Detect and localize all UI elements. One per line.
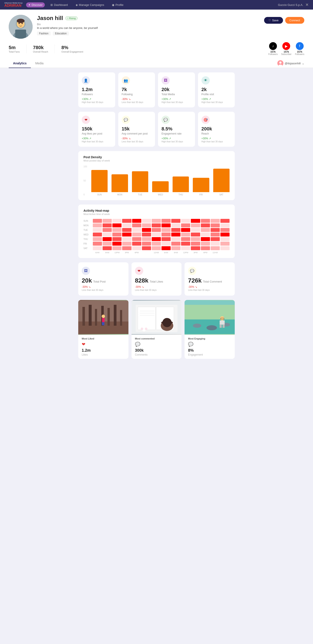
heatmap-cell bbox=[132, 224, 141, 227]
metric-value: 200k bbox=[202, 126, 212, 132]
summary-card-0: 🖼 20k Total Post -30% ↘ Less than last 3… bbox=[78, 262, 128, 296]
heatmap-cell bbox=[220, 242, 230, 246]
heatmap-cell bbox=[171, 228, 180, 232]
heatmap-cell bbox=[181, 242, 190, 246]
svg-rect-17 bbox=[108, 308, 110, 326]
heatmap-time-label: 6AM bbox=[162, 252, 171, 254]
bar-label: SAT bbox=[219, 194, 224, 196]
heatmap-cell bbox=[210, 242, 220, 246]
metric-card-3: 👁 2k Profile visit +30% ↗ High than last… bbox=[198, 72, 235, 107]
summary-change: -30% ↘ bbox=[188, 286, 197, 288]
avatar bbox=[9, 15, 32, 39]
bar-column: SUN bbox=[91, 170, 108, 196]
heatmap-cell bbox=[132, 232, 141, 236]
heatmap-cell bbox=[122, 224, 131, 227]
metric-value: 150k bbox=[82, 126, 92, 132]
most-card-liked: Most Liked ❤ 1.2m Likes bbox=[78, 300, 128, 359]
profile-button[interactable]: ◉ Profile bbox=[110, 2, 126, 8]
svg-point-5 bbox=[18, 23, 20, 24]
stat-divider bbox=[26, 44, 26, 53]
metric-icon: 👤 bbox=[82, 76, 90, 84]
most-cards-section: Most Liked ❤ 1.2m Likes bbox=[78, 300, 235, 359]
tab-analytics[interactable]: Analytics bbox=[9, 59, 31, 68]
metric-value: 1.2m bbox=[82, 87, 92, 92]
youtube-icon: ▶ bbox=[282, 42, 290, 50]
heatmap-cell bbox=[162, 237, 171, 241]
dashboard-button[interactable]: ⊞ Dashboard bbox=[48, 2, 70, 8]
account-selector[interactable]: @itsjasonhill ⌄ bbox=[277, 60, 304, 66]
svg-point-33 bbox=[162, 318, 172, 327]
heatmap-row-label: FRI bbox=[84, 242, 92, 246]
metric-change: -30% ↘ bbox=[122, 137, 131, 140]
most-card-title: Most Engaging bbox=[188, 337, 205, 340]
metric-period: Less than last 30 days bbox=[122, 140, 144, 143]
heatmap-cell bbox=[201, 242, 210, 246]
most-card-commented: Most commented 💬 300k Comments bbox=[132, 300, 182, 359]
summary-icon: 💬 bbox=[188, 267, 196, 275]
metric-card-r2-3: 🎯 200k Reach +30% ↗ High than last 30 da… bbox=[198, 112, 235, 147]
tab-media[interactable]: Media bbox=[31, 59, 48, 68]
heatmap-cell bbox=[102, 228, 112, 232]
heatmap-cell bbox=[201, 232, 210, 236]
bar-column: TUE bbox=[132, 171, 148, 196]
heatmap-cell bbox=[102, 237, 112, 241]
heatmap-cell bbox=[152, 232, 161, 236]
svg-rect-18 bbox=[114, 305, 116, 326]
profile-actions: ♡ Save Connect bbox=[264, 15, 304, 24]
svg-rect-21 bbox=[102, 318, 105, 322]
metric-icon: 💬 bbox=[162, 116, 170, 124]
metric-label: Following bbox=[122, 93, 133, 96]
save-button[interactable]: ♡ Save bbox=[264, 17, 283, 24]
most-card-icon: 💬 bbox=[135, 342, 140, 347]
profile-name-row: Jason hill ↑ Rising bbox=[37, 15, 260, 22]
tag-education: Education bbox=[53, 32, 69, 36]
heatmap-cell bbox=[191, 242, 200, 246]
heatmap-cell bbox=[210, 237, 220, 241]
chevron-down-icon: ⌄ bbox=[302, 62, 304, 65]
heatmap-cell bbox=[93, 232, 102, 236]
metric-change: +30% ↗ bbox=[202, 98, 211, 101]
heatmap-cell bbox=[181, 232, 190, 236]
account-avatar bbox=[277, 60, 284, 66]
heatmap-row-label: TUE bbox=[84, 228, 92, 232]
heatmap-cell bbox=[152, 237, 161, 241]
connect-button[interactable]: Connect bbox=[285, 17, 304, 24]
metric-period: High than last 30 days bbox=[202, 101, 223, 104]
overall-reach-stat: 780k Overall Reach bbox=[33, 45, 48, 53]
heatmap-cell bbox=[102, 242, 112, 246]
main-content: 👤 1.2m Followers +30% ↗ High than last 3… bbox=[74, 68, 239, 368]
svg-point-40 bbox=[206, 325, 217, 330]
heatmap-cell bbox=[171, 232, 180, 236]
bar bbox=[132, 171, 148, 192]
overall-engagement-stat: 8% Overall Engagement bbox=[61, 45, 83, 53]
heatmap-cell bbox=[142, 228, 151, 232]
bar bbox=[193, 178, 209, 192]
heatmap-cell bbox=[132, 242, 141, 246]
heatmap-cell bbox=[191, 228, 200, 232]
svg-rect-23 bbox=[103, 322, 104, 325]
platform-facebook: f 157k Followers bbox=[295, 42, 304, 56]
most-card-image bbox=[78, 300, 128, 335]
svg-rect-45 bbox=[220, 325, 222, 328]
discover-button[interactable]: ✦ Discover bbox=[26, 2, 45, 8]
metric-label: Followers bbox=[82, 93, 93, 96]
metric-label: Avg likes per post bbox=[82, 132, 102, 135]
heatmap-time-row: 6AM9AM12PM3PM6PM12AM6AM9AM12PM3PM6PM12AM bbox=[84, 252, 230, 254]
heatmap-cell bbox=[112, 232, 122, 236]
close-icon[interactable]: ✕ bbox=[306, 2, 309, 7]
heatmap-cell bbox=[220, 237, 230, 241]
bar bbox=[172, 176, 189, 192]
heatmap-time-label: 6AM bbox=[93, 252, 102, 254]
heatmap-cell bbox=[210, 228, 220, 232]
summary-change: -30% ↘ bbox=[82, 286, 91, 288]
heatmap-cell bbox=[191, 246, 200, 250]
tabs-bar: Analytics Media @itsjasonhill ⌄ bbox=[0, 59, 313, 68]
heatmap-cell bbox=[93, 219, 102, 223]
manage-campaigns-button[interactable]: ◈ Manage Campaigns bbox=[74, 2, 106, 8]
bar-column: SAT bbox=[213, 169, 230, 196]
heatmap-cell bbox=[112, 237, 122, 241]
metric-period: High than last 30 days bbox=[202, 140, 223, 143]
metric-icon: 💬 bbox=[122, 116, 130, 124]
dashboard-icon: ⊞ bbox=[50, 3, 53, 6]
svg-rect-13 bbox=[82, 307, 85, 326]
